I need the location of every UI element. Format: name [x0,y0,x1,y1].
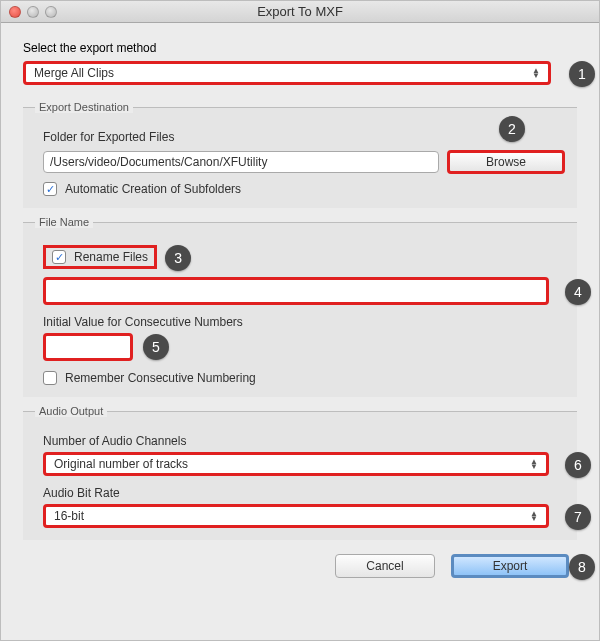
export-method-label: Select the export method [23,41,577,55]
callout-2: 2 [499,116,525,142]
chevron-updown-icon: ▲▼ [532,68,540,78]
browse-button[interactable]: Browse [447,150,565,174]
dialog-window: Export To MXF Select the export method M… [0,0,600,641]
export-button[interactable]: Export [451,554,569,578]
dialog-content: Select the export method Merge All Clips… [1,23,599,592]
rename-files-row: Rename Files [43,245,157,269]
audio-bitrate-value: 16-bit [54,509,84,523]
rename-files-label: Rename Files [74,250,148,264]
titlebar: Export To MXF [1,1,599,23]
export-destination-group: Export Destination Folder for Exported F… [23,107,577,208]
folder-input[interactable] [43,151,439,173]
callout-8: 8 [569,554,595,580]
chevron-updown-icon: ▲▼ [530,459,538,469]
callout-7: 7 [565,504,591,530]
audio-bitrate-select[interactable]: 16-bit ▲▼ [43,504,549,528]
audio-channels-label: Number of Audio Channels [43,434,565,448]
callout-6: 6 [565,452,591,478]
audio-channels-select[interactable]: Original number of tracks ▲▼ [43,452,549,476]
zoom-icon[interactable] [45,6,57,18]
minimize-icon[interactable] [27,6,39,18]
audio-bitrate-label: Audio Bit Rate [43,486,565,500]
auto-subfolders-checkbox[interactable] [43,182,57,196]
chevron-updown-icon: ▲▼ [530,511,538,521]
traffic-lights [9,6,57,18]
rename-files-checkbox[interactable] [52,250,66,264]
initial-value-label: Initial Value for Consecutive Numbers [43,315,565,329]
callout-4: 4 [565,279,591,305]
filename-legend: File Name [35,216,93,228]
export-method-value: Merge All Clips [34,66,114,80]
audio-output-group: Audio Output Number of Audio Channels Or… [23,411,577,540]
remember-numbering-checkbox[interactable] [43,371,57,385]
auto-subfolders-label: Automatic Creation of Subfolders [65,182,241,196]
window-title: Export To MXF [1,4,599,19]
callout-5: 5 [143,334,169,360]
callout-3: 3 [165,245,191,271]
filename-group: File Name Rename Files 3 4 Initial Value… [23,222,577,397]
filename-input[interactable] [43,277,549,305]
remember-numbering-label: Remember Consecutive Numbering [65,371,256,385]
folder-label: Folder for Exported Files [43,130,565,144]
export-method-select[interactable]: Merge All Clips ▲▼ [23,61,551,85]
audio-channels-value: Original number of tracks [54,457,188,471]
close-icon[interactable] [9,6,21,18]
footer-buttons: Cancel Export 8 [23,554,577,578]
initial-value-input[interactable] [43,333,133,361]
callout-1: 1 [569,61,595,87]
audio-output-legend: Audio Output [35,405,107,417]
cancel-button[interactable]: Cancel [335,554,435,578]
export-destination-legend: Export Destination [35,101,133,113]
